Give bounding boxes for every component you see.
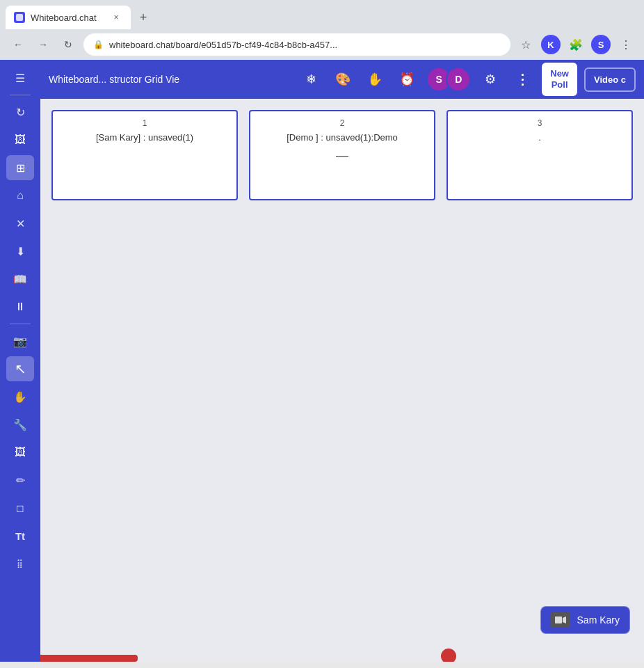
download-icon: ⬇: [16, 245, 25, 258]
sidebar-divider-2: [10, 324, 31, 324]
grid-icon: ⊞: [16, 161, 25, 175]
snowflake-button[interactable]: ❄: [298, 67, 323, 92]
address-input[interactable]: 🔒 whiteboard.chat/board/e051d57b-cf49-4c…: [83, 33, 510, 56]
avatar-group: S D: [426, 67, 471, 92]
reload-button[interactable]: ↻: [58, 35, 78, 54]
sidebar-camera-button[interactable]: 📷: [6, 328, 34, 353]
timer-button[interactable]: ⏰: [394, 67, 419, 92]
red-bar-circle: [441, 649, 456, 662]
sidebar-pencil-button[interactable]: ✏: [6, 468, 34, 493]
avatar-d: D: [446, 67, 471, 92]
card-3-title: .: [455, 132, 625, 143]
sidebar-dots-button[interactable]: ⣿: [6, 551, 34, 576]
hand-icon: ✋: [367, 72, 383, 87]
text-icon: Tt: [15, 530, 25, 542]
book-icon: 📖: [13, 273, 27, 286]
tab-bar: Whiteboard.chat × +: [0, 0, 644, 29]
wrench-icon: 🔧: [13, 418, 27, 431]
new-poll-label: NewPoll: [550, 68, 569, 90]
new-tab-button[interactable]: +: [134, 8, 153, 27]
grid-area: 1 [Sam Kary] : unsaved(1) 2 [Demo ] : un…: [40, 99, 644, 592]
svg-marker-2: [563, 617, 566, 623]
more-icon: ⋮: [515, 71, 529, 88]
svg-rect-1: [555, 617, 562, 623]
sidebar-home-button[interactable]: ⌂: [6, 183, 34, 208]
more-button[interactable]: ⋮: [510, 67, 535, 92]
extension-icon: K: [541, 35, 561, 54]
palette-icon: 🎨: [335, 72, 351, 87]
image-icon: 🖼: [15, 134, 26, 146]
gear-button[interactable]: ⚙: [478, 67, 503, 92]
sidebar-touch-button[interactable]: ✋: [6, 384, 34, 409]
card-3-number: 3: [455, 118, 625, 128]
new-poll-button[interactable]: NewPoll: [542, 63, 577, 95]
sidebar-image-button[interactable]: 🖼: [6, 127, 34, 152]
bottom-area: Sam Kary: [40, 592, 644, 662]
grid-card-1[interactable]: 1 [Sam Kary] : unsaved(1): [51, 110, 238, 200]
lock-icon: 🔒: [93, 40, 104, 49]
app-container: ☰ ↻ 🖼 ⊞ ⌂ ✕ ⬇ 📖 ⏸ 📷 ↖: [0, 60, 644, 662]
card-1-title: [Sam Kary] : unsaved(1): [60, 132, 230, 143]
card-1-number: 1: [60, 118, 230, 128]
sidebar-download-button[interactable]: ⬇: [6, 239, 34, 264]
back-button[interactable]: ←: [8, 35, 28, 54]
sidebar-refresh-button[interactable]: ↻: [6, 100, 34, 125]
gear-icon: ⚙: [485, 72, 496, 87]
hand-button[interactable]: ✋: [362, 67, 387, 92]
sidebar-cursor-button[interactable]: ↖: [6, 356, 34, 381]
toolbar: Whiteboard... structor Grid Vie ❄ 🎨 ✋ ⏰ …: [40, 60, 644, 99]
photo-icon: 🖼: [15, 446, 26, 459]
eraser-icon: ◻: [16, 502, 24, 514]
toolbar-title: Whiteboard... structor Grid Vie: [49, 74, 291, 85]
close-icon: ✕: [16, 217, 25, 230]
tab-favicon: [14, 12, 25, 23]
sidebar: ☰ ↻ 🖼 ⊞ ⌂ ✕ ⬇ 📖 ⏸ 📷 ↖: [0, 60, 40, 662]
menu-icon: ☰: [15, 72, 25, 85]
red-bar-left: [40, 655, 138, 662]
browser-menu-button[interactable]: ⋮: [616, 35, 636, 54]
pause-icon: ⏸: [15, 301, 26, 313]
video-widget[interactable]: Sam Kary: [540, 606, 630, 634]
sidebar-wrench-button[interactable]: 🔧: [6, 412, 34, 437]
bookmark-button[interactable]: ☆: [516, 35, 536, 54]
card-2-number: 2: [257, 118, 427, 128]
grid-card-3[interactable]: 3 .: [446, 110, 633, 200]
sidebar-menu-button[interactable]: ☰: [6, 65, 34, 90]
video-widget-icon: [551, 612, 570, 628]
video-label: Video c: [594, 74, 626, 85]
timer-icon: ⏰: [399, 72, 414, 87]
card-2-title: [Demo ] : unsaved(1):Demo: [257, 132, 427, 143]
tab-close-button[interactable]: ×: [110, 11, 122, 24]
sidebar-divider-1: [10, 95, 31, 95]
sidebar-eraser-button[interactable]: ◻: [6, 495, 34, 520]
palette-button[interactable]: 🎨: [330, 67, 355, 92]
camera-icon: 📷: [13, 335, 27, 348]
address-text: whiteboard.chat/board/e051d57b-cf49-4c84…: [109, 40, 501, 50]
sidebar-photo-button[interactable]: 🖼: [6, 440, 34, 465]
sidebar-book-button[interactable]: 📖: [6, 267, 34, 292]
tab-title: Whiteboard.chat: [31, 13, 97, 23]
pencil-icon: ✏: [16, 474, 25, 487]
sidebar-close-button[interactable]: ✕: [6, 211, 34, 236]
main-content: Whiteboard... structor Grid Vie ❄ 🎨 ✋ ⏰ …: [40, 60, 644, 662]
svg-rect-0: [16, 14, 23, 21]
video-widget-name: Sam Kary: [577, 614, 620, 626]
address-bar: ← → ↻ 🔒 whiteboard.chat/board/e051d57b-c…: [0, 29, 644, 60]
sidebar-pause-button[interactable]: ⏸: [6, 294, 34, 319]
video-button[interactable]: Video c: [584, 67, 636, 92]
extensions-button[interactable]: 🧩: [566, 35, 586, 54]
profile-button[interactable]: S: [591, 35, 611, 54]
browser-chrome: Whiteboard.chat × + ← → ↻ 🔒 whiteboard.c…: [0, 0, 644, 60]
touch-icon: ✋: [13, 390, 27, 404]
forward-button[interactable]: →: [33, 35, 53, 54]
active-tab[interactable]: Whiteboard.chat ×: [6, 6, 131, 29]
grid-row: 1 [Sam Kary] : unsaved(1) 2 [Demo ] : un…: [51, 110, 633, 200]
cursor-icon: ↖: [15, 360, 26, 377]
grid-card-2[interactable]: 2 [Demo ] : unsaved(1):Demo —: [249, 110, 435, 200]
sidebar-grid-button[interactable]: ⊞: [6, 155, 34, 180]
dots-icon: ⣿: [17, 559, 24, 568]
snowflake-icon: ❄: [306, 72, 316, 87]
sidebar-text-button[interactable]: Tt: [6, 523, 34, 548]
refresh-icon: ↻: [16, 106, 25, 119]
card-2-dash: —: [257, 148, 427, 163]
